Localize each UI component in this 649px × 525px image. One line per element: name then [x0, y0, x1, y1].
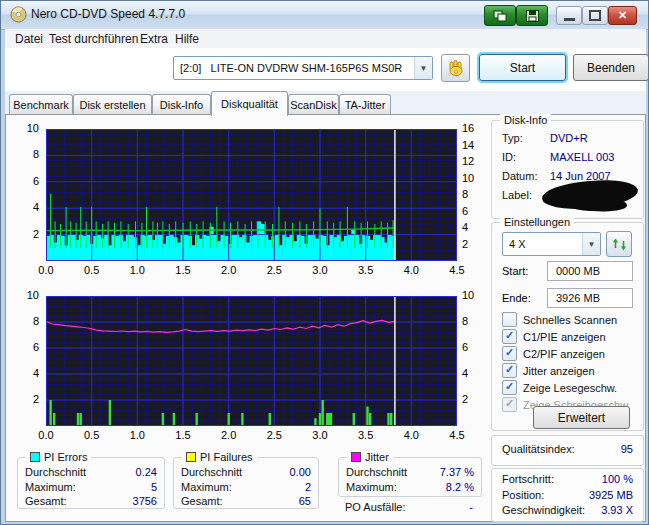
copy-icon [493, 10, 508, 22]
stat-row: Durchschnitt7.37 % [339, 465, 481, 480]
speed-select-value: 4 X [503, 238, 582, 250]
tab-disk-info[interactable]: Disk-Info [152, 94, 211, 114]
axis-tick: 0.5 [77, 264, 107, 276]
axis-tick: 2.5 [259, 264, 289, 276]
menu-extra[interactable]: Extra [136, 31, 172, 47]
axis-tick: 4 [19, 367, 39, 379]
axis-tick: 3.5 [351, 264, 381, 276]
checkbox-row-2[interactable]: ✓C2/PIF anzeigen [492, 345, 643, 362]
menu-test-durchfuehren[interactable]: Test durchführen [45, 31, 142, 47]
tab-benchmark[interactable]: Benchmark [9, 94, 73, 114]
checkbox-icon: ✓ [502, 363, 517, 378]
menu-hilfe[interactable]: Hilfe [171, 31, 203, 47]
stat-row: Gesamt:65 [174, 494, 318, 509]
tab-disk-erstellen[interactable]: Disk erstellen [73, 94, 152, 114]
pi-errors-title: PI Errors [44, 451, 87, 463]
hand-disc-icon [447, 59, 465, 77]
quit-button-label: Beenden [587, 61, 635, 75]
checkbox-row-0[interactable]: ✓Schnelles Scannen [492, 311, 643, 328]
axis-tick: 2.5 [259, 429, 289, 441]
axis-tick: 6 [19, 341, 39, 353]
window-title: Nero CD-DVD Speed 4.7.7.0 [31, 7, 185, 21]
screenshot-button[interactable] [484, 5, 516, 26]
axis-tick: 1.0 [122, 264, 152, 276]
axis-tick: 6 [19, 175, 39, 187]
tab-scandisk[interactable]: ScanDisk [288, 94, 339, 114]
axis-tick: 3.0 [305, 429, 335, 441]
axis-tick: 8 [462, 188, 482, 200]
jitter-pif-chart [46, 296, 457, 426]
axis-tick: 8 [462, 315, 482, 327]
jitter-legend-swatch [351, 452, 361, 462]
pi-failures-statbox: PI Failures Durchschnitt0.00 Maximum:2 G… [173, 457, 319, 509]
stat-row: Durchschnitt0.24 [18, 465, 164, 480]
refresh-icon [612, 237, 627, 252]
axis-tick: 4.0 [396, 429, 426, 441]
speed-select[interactable]: 4 X ▼ [502, 232, 601, 256]
axis-tick: 10 [462, 172, 482, 184]
tab-ta-jitter[interactable]: TA-Jitter [339, 94, 391, 114]
axis-tick: 16 [462, 122, 482, 134]
axis-tick: 2 [19, 228, 39, 240]
pi-errors-statbox: PI Errors Durchschnitt0.24 Maximum:5 Ges… [17, 457, 165, 509]
axis-tick: 1.0 [122, 429, 152, 441]
save-button[interactable] [516, 5, 548, 26]
refresh-speed-button[interactable] [606, 231, 632, 257]
checkbox-icon: ✓ [502, 380, 517, 395]
stat-row: Gesamt:3756 [18, 494, 164, 509]
axis-tick: 10 [19, 289, 39, 301]
start-field[interactable]: 0000 MB [547, 261, 633, 281]
app-window: Nero CD-DVD Speed 4.7.7.0 ✕ Datei Test d… [0, 0, 649, 525]
po-failures-label: PO Ausfälle: [345, 500, 406, 515]
axis-tick: 4 [462, 367, 482, 379]
advanced-button[interactable]: Erweitert [533, 406, 630, 429]
close-button[interactable]: ✕ [608, 6, 637, 25]
checkbox-row-3[interactable]: ✓Jitter anzeigen [492, 362, 643, 379]
quit-button[interactable]: Beenden [573, 54, 649, 81]
start-field-label: Start: [502, 265, 528, 277]
chevron-down-icon: ▼ [582, 233, 600, 255]
progress-panel: Fortschritt:100 % Position:3925 MB Gesch… [491, 468, 644, 522]
pi-errors-chart [46, 129, 457, 261]
po-failures-row: PO Ausfälle: - [338, 500, 480, 515]
axis-tick: 12 [462, 155, 482, 167]
checkbox-row-1[interactable]: ✓C1/PIE anzeigen [492, 328, 643, 345]
maximize-button[interactable] [582, 6, 608, 25]
po-failures-value: - [469, 500, 473, 515]
axis-tick: 14 [462, 139, 482, 151]
drive-select[interactable]: [2:0] LITE-ON DVDRW SHM-165P6S MS0R ▼ [173, 56, 433, 80]
axis-tick: 4.5 [442, 429, 472, 441]
drive-select-value: [2:0] LITE-ON DVDRW SHM-165P6S MS0R [174, 62, 414, 74]
quality-index-panel: Qualitätsindex: 95 [491, 435, 644, 466]
checkbox-icon: ✓ [502, 312, 517, 327]
progress-row: Geschwindigkeit:3.93 X [492, 503, 643, 519]
axis-tick: 3.0 [305, 264, 335, 276]
checkbox-icon: ✓ [502, 397, 517, 412]
checkbox-row-4[interactable]: ✓Zeige Lesegeschw. [492, 379, 643, 396]
menu-datei[interactable]: Datei [11, 31, 47, 47]
checkbox-icon: ✓ [502, 329, 517, 344]
cd-app-icon [10, 6, 27, 23]
axis-tick: 2 [462, 393, 482, 405]
tab-strip: Benchmark Disk erstellen Disk-Info Diskq… [5, 91, 646, 114]
chevron-down-icon: ▼ [414, 57, 432, 79]
tab-diskqualitaet[interactable]: Diskqualität [211, 91, 288, 116]
axis-tick: 10 [19, 122, 39, 134]
axis-tick: 2.0 [214, 429, 244, 441]
axis-tick: 1.5 [168, 429, 198, 441]
quality-index-label: Qualitätsindex: [502, 436, 575, 463]
floppy-save-icon [526, 10, 539, 22]
start-button[interactable]: Start [479, 54, 566, 81]
pi-failures-legend-swatch [186, 452, 196, 462]
eject-button[interactable] [441, 54, 470, 82]
axis-tick: 6 [462, 341, 482, 353]
axis-tick: 10 [462, 289, 482, 301]
jitter-title: Jitter [365, 451, 389, 463]
end-field[interactable]: 3926 MB [547, 288, 633, 308]
minimize-icon [564, 18, 575, 21]
minimize-button[interactable] [556, 6, 582, 25]
axis-tick: 6 [462, 205, 482, 217]
stat-row: Durchschnitt0.00 [174, 465, 318, 480]
end-field-label: Ende: [502, 292, 531, 304]
close-icon: ✕ [618, 9, 627, 22]
